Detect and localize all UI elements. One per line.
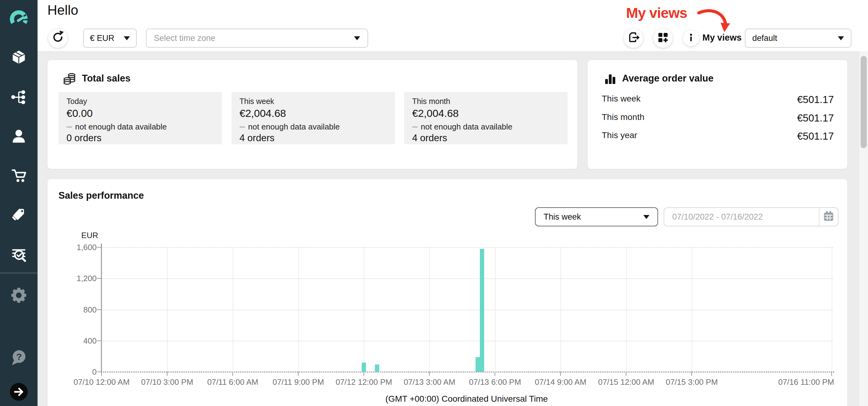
my-views-label: My views: [703, 33, 742, 43]
sidebar-item-settings[interactable]: [0, 286, 37, 306]
currency-select[interactable]: € EUR: [83, 29, 137, 48]
chart-period-select[interactable]: This week: [535, 207, 658, 226]
chart-y-tick-label: 1,600: [57, 243, 97, 252]
export-button[interactable]: [624, 28, 643, 48]
sidebar-item-customers[interactable]: [0, 127, 37, 147]
customers-person-icon: [9, 127, 28, 147]
sidebar-item-dashboard[interactable]: [0, 9, 37, 30]
chevron-down-icon: [354, 36, 360, 40]
timezone-select-placeholder: Select time zone: [154, 34, 215, 43]
sidebar-divider: [0, 272, 37, 273]
chart-gridline-v: [495, 247, 496, 372]
sidebar-item-reviews[interactable]: [0, 245, 37, 266]
chart-gridline-v: [832, 247, 832, 372]
tile-amount: €2,004.68: [240, 107, 286, 119]
sidebar-item-promotions[interactable]: [0, 206, 37, 226]
info-button[interactable]: [683, 30, 699, 46]
chart-x-tick: [364, 372, 364, 376]
chevron-down-icon: [643, 215, 649, 219]
date-range-input[interactable]: [664, 208, 818, 226]
chart-x-tick: [101, 372, 102, 376]
chart-timezone-caption: (GMT +00:00) Coordinated Universal Time: [101, 394, 832, 404]
calendar-button[interactable]: [819, 208, 838, 226]
chart-gridline-v: [167, 247, 168, 372]
sidebar-item-orders[interactable]: [0, 166, 37, 186]
chart-gridline-v: [692, 247, 692, 372]
aov-period: This week: [602, 94, 641, 104]
chart-gridline-v: [626, 247, 627, 372]
catalog-tree-icon: [9, 88, 28, 108]
chart-x-tick: [495, 372, 495, 376]
sales-chart-plot: 04008001,2001,60007/10 12:00 AM07/10 3:0…: [101, 247, 832, 372]
chart-x-tick-label: 07/16 11:00 PM: [778, 377, 834, 387]
chart-x-tick-label: 07/13 6:00 PM: [469, 377, 521, 387]
tile-period: This week: [240, 97, 274, 106]
chart-x-tick-label: 07/13 3:00 AM: [404, 377, 455, 387]
sidebar-item-products[interactable]: [0, 48, 37, 68]
total-sales-tile-today: Today €0.00 not enough data available 0 …: [59, 92, 222, 144]
view-select[interactable]: default: [745, 29, 851, 48]
aov-row-year: This year €501.17: [588, 130, 847, 143]
chart-x-tick: [167, 372, 167, 376]
chart-unit-label: EUR: [48, 231, 98, 240]
chart-bar[interactable]: [475, 357, 480, 372]
add-widget-button[interactable]: [653, 28, 673, 48]
tile-note: not enough data available: [240, 122, 340, 132]
scrollbar-thumb[interactable]: [861, 56, 867, 148]
total-sales-tile-week: This week €2,004.68 not enough data avai…: [231, 92, 395, 144]
chart-gridline-v: [298, 247, 299, 372]
currency-select-value: € EUR: [90, 34, 115, 43]
page-title: Hello: [48, 2, 78, 18]
aov-value: €501.17: [797, 112, 834, 124]
refresh-icon: [50, 30, 66, 47]
chart-x-tick: [560, 372, 561, 376]
chart-y-tick-label: 0: [57, 367, 97, 377]
aov-period: This month: [602, 112, 645, 122]
chart-x-tick: [232, 372, 233, 376]
expand-arrow-icon: [9, 382, 28, 403]
dashboard-gauge-logo-icon: [9, 9, 29, 30]
timezone-select[interactable]: Select time zone: [146, 29, 368, 48]
chart-y-tick: [97, 278, 101, 279]
coins-icon: [63, 72, 77, 87]
chart-x-tick-label: 07/15 3:00 PM: [666, 377, 718, 387]
sidebar-item-catalog[interactable]: [0, 88, 37, 108]
chart-gridline-v: [101, 247, 102, 372]
aov-row-month: This month €501.17: [588, 112, 847, 125]
chart-x-tick-label: 07/10 3:00 PM: [141, 377, 193, 387]
sidebar-item-expand[interactable]: [0, 382, 37, 403]
chart-bar[interactable]: [480, 249, 484, 372]
content-area: Total sales Today €0.00 not enough data …: [37, 52, 868, 406]
page-header: Hello € EUR Select time zone My views: [37, 0, 868, 52]
chart-bar[interactable]: [375, 365, 379, 372]
chart-x-tick-label: 07/10 12:00 AM: [73, 377, 130, 387]
refresh-button[interactable]: [48, 28, 68, 48]
analytics-dashboard: { "colors": { "sidebar_bg": "#22353f", "…: [0, 0, 868, 406]
chart-gridline-h: [102, 247, 833, 248]
orders-cart-icon: [9, 166, 28, 186]
chart-gridline-h: [102, 278, 833, 279]
chart-bar[interactable]: [362, 363, 366, 372]
chart-y-tick: [97, 247, 101, 247]
date-range-field: [663, 207, 838, 226]
chevron-down-icon: [838, 36, 844, 40]
export-icon: [626, 30, 641, 46]
svg-text:?: ?: [16, 351, 22, 362]
calendar-icon: [823, 210, 835, 224]
chart-y-tick: [97, 372, 101, 372]
vertical-scrollbar[interactable]: [859, 52, 868, 406]
tile-amount: €2,004.68: [412, 107, 459, 119]
tile-orders: 4 orders: [412, 133, 447, 144]
chart-y-tick: [97, 340, 101, 341]
aov-row-week: This week €501.17: [588, 94, 847, 106]
chevron-down-icon: [124, 36, 130, 40]
trend-dash-icon: [240, 127, 245, 128]
chart-x-tick-label: 07/11 6:00 AM: [207, 377, 258, 387]
chart-x-tick-label: 07/14 9:00 AM: [535, 377, 587, 387]
chart-gridline-v: [560, 247, 561, 372]
promotions-tags-icon: [9, 206, 28, 226]
widgets-add-icon: [656, 31, 670, 45]
chart-x-tick-label: 07/12 12:00 PM: [336, 377, 392, 387]
sidebar-item-help[interactable]: ?: [0, 348, 37, 368]
products-box-icon: [9, 48, 28, 68]
